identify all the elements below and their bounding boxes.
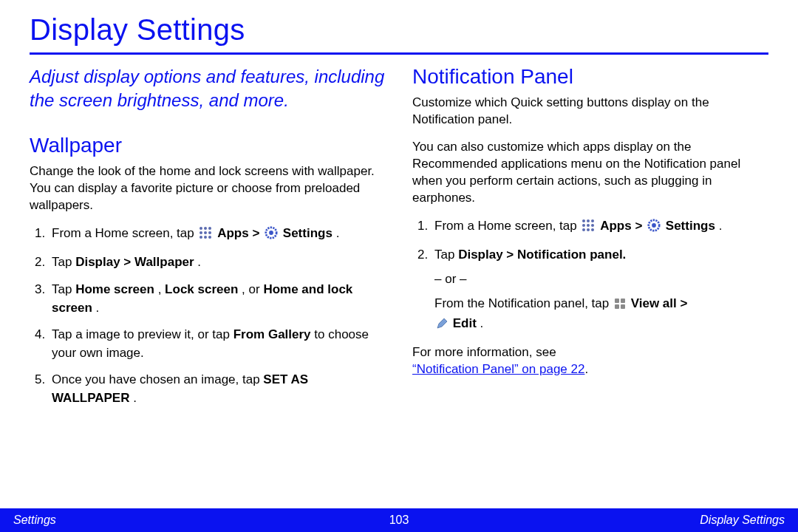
text-run: Tap [434, 248, 458, 262]
notification-panel-xref-link[interactable]: “Notification Panel” on page 22 [412, 362, 584, 376]
svg-point-17 [582, 228, 585, 231]
left-column: Adjust display options and features, inc… [30, 65, 386, 417]
text-run: , [158, 282, 165, 296]
text-run: , or [242, 282, 263, 296]
intro-text: Adjust display options and features, inc… [30, 65, 386, 113]
text-run: . [480, 316, 484, 330]
text-run: . [133, 391, 137, 405]
text-run: From a Home screen, tap [52, 226, 197, 240]
bold-run: Apps [600, 219, 632, 233]
text-run: . [584, 362, 588, 376]
text-run: From a Home screen, tap [434, 219, 580, 233]
text-run: Tap a image to preview it, or tap [52, 327, 233, 341]
notification-panel-heading: Notification Panel [412, 65, 768, 89]
tiles-icon [614, 297, 626, 316]
or-divider: – or – [434, 270, 768, 289]
more-info-para: For more information, see “Notification … [412, 344, 768, 378]
wallpaper-step-1: From a Home screen, tap Apps > Settings … [49, 225, 386, 245]
text-run: . [197, 255, 201, 269]
svg-rect-22 [615, 299, 619, 303]
notification-para-1: Customize which Quick setting buttons di… [412, 95, 768, 129]
svg-point-1 [204, 227, 207, 230]
svg-point-16 [591, 224, 594, 227]
apps-grid-icon [582, 219, 595, 238]
text-run: For more information, see [412, 345, 556, 359]
svg-point-3 [200, 231, 202, 234]
bold-run: Settings [666, 219, 715, 233]
text-run: Tap [52, 282, 75, 296]
wallpaper-intro-para: Change the look of the home and lock scr… [30, 163, 386, 214]
text-run: Tap [52, 255, 75, 269]
wallpaper-step-5: Once you have chosen an image, tap SET A… [49, 371, 386, 407]
wallpaper-steps: From a Home screen, tap Apps > Settings … [30, 225, 386, 408]
text-run: . [719, 219, 723, 233]
settings-gear-icon [265, 226, 278, 245]
svg-point-12 [587, 219, 590, 222]
svg-point-8 [208, 236, 211, 239]
bold-run: View all [631, 296, 677, 310]
apps-grid-icon [199, 226, 212, 245]
settings-gear-icon [647, 219, 661, 238]
notification-step-1: From a Home screen, tap Apps > Settings … [432, 217, 768, 238]
text-run: From the Notification panel, tap [434, 296, 613, 310]
text-run: . [96, 301, 100, 315]
right-column: Notification Panel Customize which Quick… [412, 65, 768, 417]
notification-steps: From a Home screen, tap Apps > Settings … [412, 217, 768, 335]
bold-run: > [681, 296, 688, 310]
wallpaper-step-4: Tap a image to preview it, or tap From G… [49, 326, 386, 362]
svg-point-21 [652, 223, 656, 228]
svg-point-2 [208, 227, 211, 230]
footer-right: Display Settings [700, 514, 785, 527]
bold-run: > [252, 226, 263, 240]
bold-run: From Gallery [233, 327, 311, 341]
bold-run: Edit [453, 316, 477, 330]
bold-run: Apps [217, 226, 249, 240]
bold-run: Display > Wallpaper [75, 255, 194, 269]
text-run: Once you have chosen an image, tap [52, 372, 263, 386]
page-footer: Settings 103 Display Settings [0, 508, 798, 532]
footer-page-number: 103 [389, 514, 409, 527]
wallpaper-step-3: Tap Home screen , Lock screen , or Home … [49, 281, 386, 317]
svg-point-14 [582, 224, 585, 227]
svg-rect-25 [621, 304, 625, 309]
bold-run: > [635, 219, 646, 233]
svg-point-10 [269, 231, 273, 235]
svg-point-0 [200, 227, 202, 230]
bold-run: Display > Notification panel. [458, 248, 626, 262]
two-column-layout: Adjust display options and features, inc… [30, 65, 768, 417]
svg-point-19 [591, 228, 594, 231]
svg-rect-24 [615, 304, 619, 309]
svg-point-6 [200, 236, 202, 239]
pencil-icon [436, 317, 448, 335]
svg-point-11 [582, 219, 585, 222]
bold-run: Home screen [75, 282, 154, 296]
document-page: Display Settings Adjust display options … [0, 0, 798, 532]
svg-point-7 [204, 236, 207, 239]
text-run: . [336, 226, 340, 240]
title-rule [30, 52, 768, 55]
svg-rect-23 [621, 299, 625, 303]
wallpaper-heading: Wallpaper [30, 134, 386, 157]
svg-point-15 [587, 224, 590, 227]
svg-point-13 [591, 219, 594, 222]
bold-run: Settings [283, 226, 332, 240]
notification-step-2: Tap Display > Notification panel. – or –… [432, 246, 768, 335]
svg-point-4 [204, 231, 207, 234]
svg-point-5 [208, 231, 211, 234]
wallpaper-step-2: Tap Display > Wallpaper . [49, 253, 386, 272]
svg-point-18 [587, 228, 590, 231]
notification-para-2: You can also customize which apps displa… [412, 139, 768, 207]
bold-run: Lock screen [165, 282, 238, 296]
page-title: Display Settings [30, 13, 768, 47]
footer-left: Settings [13, 514, 56, 527]
